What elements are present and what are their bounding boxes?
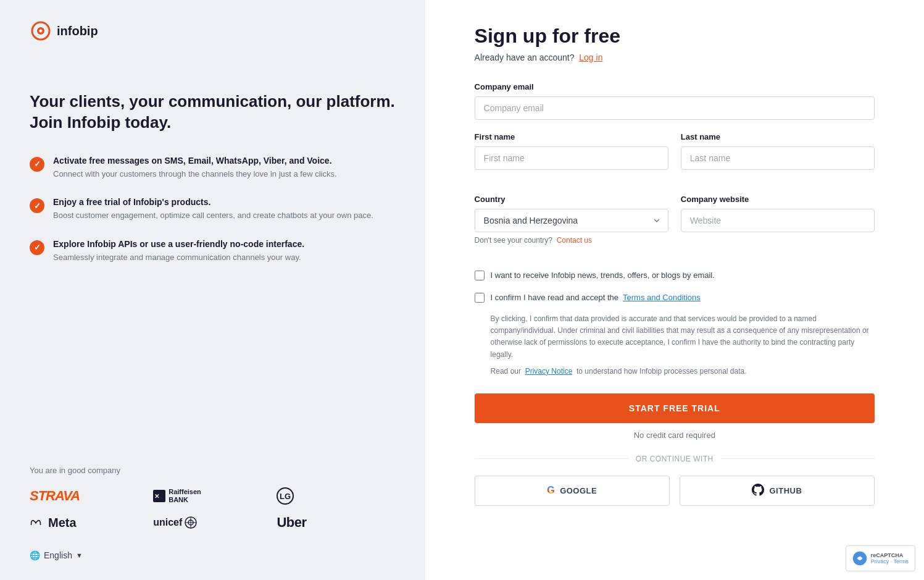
form-title: Sign up for free <box>475 25 875 48</box>
check-icon-3 <box>30 240 44 255</box>
terms-checkbox-label: I confirm I have read and accept the Ter… <box>491 292 701 304</box>
recaptcha-badge: reCAPTCHA Privacy · Terms <box>846 545 915 571</box>
language-label: English <box>44 550 72 560</box>
company-email-label: Company email <box>475 82 875 91</box>
logo-text: infobip <box>57 24 98 38</box>
news-checkbox-group: I want to receive Infobip news, trends, … <box>475 269 875 282</box>
company-email-group: Company email <box>475 82 875 120</box>
terms-checkbox[interactable] <box>475 293 485 303</box>
github-icon <box>752 484 764 498</box>
github-button[interactable]: GITHUB <box>680 476 875 506</box>
country-group: Country Bosnia and Herzegovina Afghanist… <box>475 195 668 245</box>
logo: infobip <box>30 20 396 42</box>
logos-grid: STRAVA ✕ RaiffeisenBANK LG Meta <box>30 487 396 531</box>
name-row: First name Last name <box>475 132 875 182</box>
check-icon-1 <box>30 157 44 172</box>
uber-logo: Uber <box>277 515 395 531</box>
privacy-text: Read our Privacy Notice to understand ho… <box>491 366 875 377</box>
or-divider: OR CONTINUE WITH <box>475 455 875 463</box>
google-button[interactable]: G GOOGLE <box>475 476 670 506</box>
no-credit-card-text: No credit card required <box>475 431 875 440</box>
last-name-label: Last name <box>681 132 875 141</box>
company-website-input[interactable] <box>681 209 875 232</box>
last-name-group: Last name <box>681 132 875 170</box>
company-email-input[interactable] <box>475 96 875 120</box>
feature-desc-3: Seamlessly integrate and manage communic… <box>53 251 304 264</box>
svg-text:✕: ✕ <box>154 493 159 500</box>
globe-icon: 🌐 <box>30 550 40 560</box>
news-checkbox[interactable] <box>475 271 485 280</box>
language-selector[interactable]: 🌐 English ▼ <box>30 550 396 560</box>
svg-text:LG: LG <box>280 492 291 501</box>
chevron-down-icon: ▼ <box>76 552 83 559</box>
company-website-label: Company website <box>681 195 875 204</box>
first-name-label: First name <box>475 132 668 141</box>
check-icon-2 <box>30 198 44 213</box>
login-prompt: Already have an account? Log in <box>475 53 875 62</box>
feature-title-2: Enjoy a free trial of Infobip's products… <box>53 197 373 207</box>
company-website-group: Company website <box>681 195 875 245</box>
raiffeisen-logo: ✕ RaiffeisenBANK <box>153 488 272 504</box>
recaptcha-links[interactable]: Privacy · Terms <box>871 558 909 565</box>
or-text: OR CONTINUE WITH <box>636 455 714 463</box>
terms-link[interactable]: Terms and Conditions <box>623 293 701 302</box>
meta-logo: Meta <box>30 516 148 530</box>
login-link[interactable]: Log in <box>579 53 602 62</box>
divider-line-left <box>475 458 628 459</box>
divider-line-right <box>721 458 875 459</box>
country-website-row: Country Bosnia and Herzegovina Afghanist… <box>475 195 875 257</box>
country-label: Country <box>475 195 668 204</box>
privacy-notice-link[interactable]: Privacy Notice <box>525 367 573 376</box>
feature-item-2: Enjoy a free trial of Infobip's products… <box>30 197 396 222</box>
left-panel: infobip Your clients, your communication… <box>0 0 425 580</box>
social-proof-label: You are in good company <box>30 466 396 475</box>
google-icon: G <box>547 485 555 496</box>
news-checkbox-label: I want to receive Infobip news, trends, … <box>491 269 715 282</box>
social-proof: You are in good company STRAVA ✕ Raiffei… <box>30 466 396 531</box>
feature-item: Activate free messages on SMS, Email, Wh… <box>30 156 396 180</box>
country-hint: Don't see your country? Contact us <box>475 236 668 245</box>
unicef-logo: unicef <box>153 516 272 529</box>
last-name-input[interactable] <box>681 146 875 170</box>
country-select[interactable]: Bosnia and Herzegovina Afghanistan Alban… <box>475 209 668 232</box>
right-panel: Sign up for free Already have an account… <box>425 0 924 580</box>
feature-item-3: Explore Infobip APIs or use a user-frien… <box>30 239 396 264</box>
svg-point-3 <box>40 30 43 33</box>
contact-us-link[interactable]: Contact us <box>557 236 592 245</box>
infobip-logo-icon <box>30 20 52 42</box>
hero-text: Your clients, your communication, our pl… <box>30 91 396 133</box>
feature-title-3: Explore Infobip APIs or use a user-frien… <box>53 239 304 249</box>
terms-checkbox-group: I confirm I have read and accept the Ter… <box>475 292 875 304</box>
feature-desc-2: Boost customer engagement, optimize call… <box>53 209 373 222</box>
first-name-group: First name <box>475 132 668 170</box>
social-buttons: G GOOGLE GITHUB <box>475 476 875 506</box>
feature-list: Activate free messages on SMS, Email, Wh… <box>30 156 396 264</box>
feature-title-1: Activate free messages on SMS, Email, Wh… <box>53 156 337 166</box>
lg-logo: LG <box>277 487 395 505</box>
legal-text: By clicking, I confirm that data provide… <box>491 313 875 361</box>
feature-desc-1: Connect with your customers through the … <box>53 168 337 180</box>
first-name-input[interactable] <box>475 146 668 170</box>
start-free-trial-button[interactable]: START FREE TRIAL <box>475 393 875 423</box>
strava-logo: STRAVA <box>30 488 148 504</box>
